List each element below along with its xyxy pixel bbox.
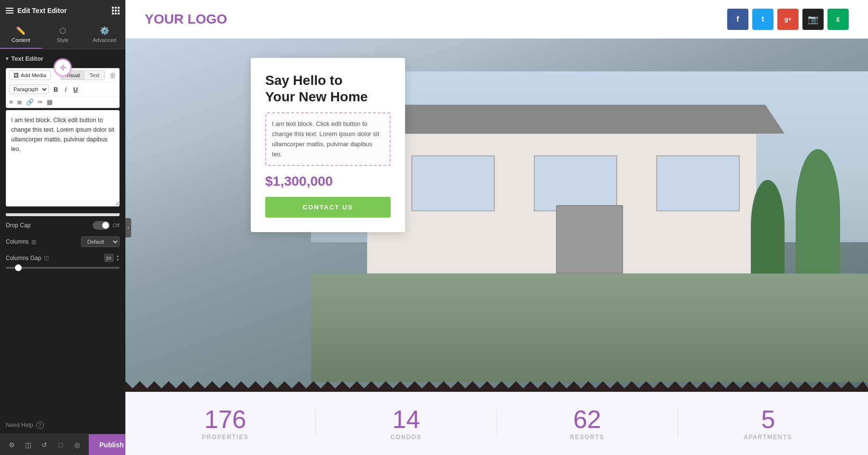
toolbar-row-2: Paragraph B I U (6, 83, 119, 97)
stat-properties: 176 PROPERTIES (135, 407, 315, 441)
card-title-line2: Your New Home (265, 89, 368, 104)
unlink-icon[interactable]: ✂ (38, 98, 43, 106)
drop-cap-label: Drop Cap (6, 222, 30, 229)
logo-text-part2: LOGO (188, 12, 227, 27)
stat-apartments: 5 APARTMENTS (678, 407, 858, 441)
panel-header: Edit Text Editor (0, 0, 125, 21)
stat-resorts: 62 RESORTS (497, 407, 678, 441)
tab-advanced[interactable]: ⚙️ Advanced (83, 21, 125, 49)
add-media-icon: 🖼 (14, 72, 19, 78)
stat-resorts-number: 62 (497, 407, 678, 432)
card-title-line1: Say Hello to (265, 73, 342, 88)
underline-button[interactable]: U (71, 85, 80, 94)
tab-style[interactable]: ⬡ Style (42, 21, 84, 49)
content-tab-icon: ✏️ (16, 26, 26, 35)
add-media-label: Add Media (21, 72, 46, 78)
instagram-button[interactable]: 📷 (802, 9, 824, 30)
twitter-button[interactable]: t (752, 9, 773, 30)
panel-tabs: ✏️ Content ⬡ Style ⚙️ Advanced (0, 21, 125, 49)
italic-button[interactable]: I (63, 85, 68, 94)
slider-thumb[interactable] (15, 264, 22, 271)
stat-apartments-number: 5 (678, 407, 858, 432)
columns-icon: ▥ (31, 239, 36, 245)
collapse-arrow-icon[interactable]: ▾ (6, 56, 8, 61)
link-icon[interactable]: 🔗 (26, 98, 34, 106)
columns-select[interactable]: Default (81, 236, 120, 247)
hero-card: Say Hello to Your New Home I am text blo… (251, 58, 405, 232)
card-body-text: I am text block. Click edit button to ch… (272, 119, 384, 159)
stat-condos-number: 14 (316, 407, 496, 432)
bottom-icons-group: ⚙ ◫ ↺ □ ◎ (0, 437, 89, 453)
social-icons-group: f t g+ 📷 ε (727, 9, 849, 30)
stat-apartments-label: APARTMENTS (678, 434, 858, 441)
columns-gap-label: Columns Gap (6, 255, 41, 262)
stat-properties-label: PROPERTIES (135, 434, 315, 441)
tab-content[interactable]: ✏️ Content (0, 21, 42, 49)
stat-resorts-label: RESORTS (497, 434, 678, 441)
columns-gap-setting: Columns Gap ◫ px ▲ ▼ (6, 254, 120, 262)
tab-style-label: Style (57, 37, 68, 43)
card-title: Say Hello to Your New Home (265, 72, 391, 105)
envato-button[interactable]: ε (827, 9, 849, 30)
need-help-label: Need Help (6, 422, 33, 428)
hamburger-icon[interactable] (6, 8, 14, 14)
columns-gap-icon: ◫ (44, 255, 49, 261)
drop-cap-switch-track[interactable] (93, 221, 110, 230)
drop-cap-toggle[interactable]: Off (93, 221, 120, 230)
need-help[interactable]: Need Help ? (0, 416, 125, 434)
hero-background (125, 39, 868, 392)
tab-advanced-label: Advanced (93, 37, 116, 43)
left-panel: Edit Text Editor ✏️ Content ⬡ Style ⚙️ A… (0, 0, 125, 455)
unordered-list-icon[interactable]: ≡ (9, 98, 13, 106)
text-toggle-button[interactable]: Text (85, 71, 104, 80)
columns-gap-unit: px (104, 254, 114, 262)
drop-cap-state-label: Off (113, 222, 120, 228)
google-plus-button[interactable]: g+ (777, 9, 799, 30)
resize-handle[interactable] (6, 213, 120, 216)
help-icon: ? (36, 421, 44, 429)
move-handle[interactable]: ✛ (54, 59, 71, 76)
table-icon[interactable]: ▦ (47, 98, 53, 106)
range-slider[interactable] (6, 267, 120, 269)
stats-section: 176 PROPERTIES 14 CONDOS 62 RESORTS 5 AP… (125, 392, 868, 455)
add-media-button[interactable]: 🖼 Add Media (9, 70, 51, 80)
contact-us-button[interactable]: CONTACT US (265, 197, 391, 218)
site-logo: YOUR LOGO (145, 12, 227, 27)
history-bottom-icon[interactable]: ↺ (37, 437, 52, 453)
layers-bottom-icon[interactable]: ◫ (20, 437, 36, 453)
delete-icon[interactable]: 🗑 (109, 71, 116, 79)
bold-button[interactable]: B (52, 85, 60, 94)
style-tab-icon: ⬡ (59, 26, 66, 35)
card-price: $1,300,000 (265, 174, 391, 189)
advanced-tab-icon: ⚙️ (100, 26, 109, 35)
site-header: YOUR LOGO f t g+ 📷 ε (125, 0, 868, 39)
section-title: Text Editor (11, 55, 43, 62)
stat-properties-number: 176 (135, 407, 315, 432)
preview-bottom-icon[interactable]: ◎ (69, 437, 85, 453)
format-select[interactable]: Paragraph (9, 84, 49, 94)
gap-down-arrow[interactable]: ▼ (116, 258, 120, 262)
settings-bottom-icon[interactable]: ⚙ (4, 437, 19, 453)
columns-setting: Columns ▥ Default (6, 236, 120, 247)
drop-cap-switch-thumb (102, 222, 109, 229)
columns-gap-arrows[interactable]: ▲ ▼ (116, 254, 120, 262)
columns-label: Columns (6, 238, 28, 245)
facebook-button[interactable]: f (727, 9, 748, 30)
logo-text-part1: YOUR (145, 12, 188, 27)
text-editor-textarea[interactable]: I am text block. Click edit button to ch… (6, 110, 120, 207)
zigzag-border (125, 381, 868, 392)
drop-cap-setting: Drop Cap Off (6, 221, 120, 230)
stat-condos: 14 CONDOS (316, 407, 496, 441)
stat-condos-label: CONDOS (316, 434, 496, 441)
slider-track (6, 267, 120, 269)
columns-label-group: Columns ▥ (6, 238, 36, 245)
collapse-panel-handle[interactable]: ‹ (125, 218, 131, 237)
main-area: YOUR LOGO f t g+ 📷 ε (125, 0, 868, 455)
panel-content: ▾ Text Editor 🖼 Add Media Visual Text 🗑 … (0, 49, 125, 416)
responsive-bottom-icon[interactable]: □ (53, 437, 68, 453)
columns-gap-label-group: Columns Gap ◫ (6, 255, 49, 262)
ordered-list-icon[interactable]: ≣ (17, 98, 22, 106)
apps-grid-icon[interactable] (112, 7, 120, 14)
svg-marker-0 (125, 381, 868, 392)
panel-title: Edit Text Editor (17, 7, 67, 14)
